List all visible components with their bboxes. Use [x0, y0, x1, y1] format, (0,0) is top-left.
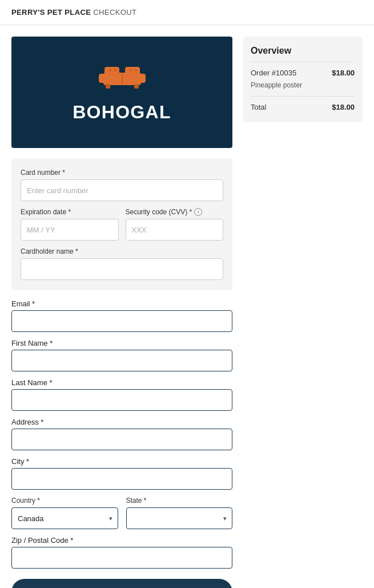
svg-point-10 — [130, 69, 132, 71]
state-select-wrapper: Alberta British Columbia Ontario Quebec … — [126, 507, 233, 529]
city-field-wrapper: City * — [11, 457, 232, 490]
sofa-icon — [96, 62, 148, 96]
city-label: City * — [11, 457, 232, 466]
first-name-input[interactable] — [11, 350, 232, 371]
overview-total-amount: $18.00 — [332, 103, 355, 111]
expiry-label: Expiration date * — [21, 208, 119, 216]
state-label: State * — [126, 497, 233, 505]
left-column: BOHOGAL Card number * Expiration date * … — [11, 37, 232, 588]
overview-divider-top — [251, 62, 355, 62]
overview-divider-bottom — [251, 96, 355, 97]
expiry-col: Expiration date * — [21, 208, 119, 241]
overview-item-name: Pineapple poster — [251, 79, 355, 91]
first-name-label: First Name * — [11, 339, 232, 347]
overview-total-label: Total — [251, 103, 266, 111]
svg-rect-1 — [104, 67, 119, 76]
cvv-label-row: Security code (CVV) * i — [126, 208, 224, 216]
cvv-col: Security code (CVV) * i — [126, 208, 224, 241]
merchant-banner: BOHOGAL — [11, 37, 232, 148]
cardholder-row: Cardholder name * — [21, 247, 223, 280]
country-state-row: Country * Canada United States United Ki… — [11, 497, 232, 529]
card-number-label: Card number * — [21, 169, 223, 177]
card-section: Card number * Expiration date * Security… — [11, 158, 232, 290]
cvv-label: Security code (CVV) * — [126, 208, 192, 216]
cardholder-input[interactable] — [21, 258, 223, 280]
last-name-input[interactable] — [11, 389, 232, 411]
city-input[interactable] — [11, 468, 232, 490]
card-number-input[interactable] — [21, 179, 223, 201]
country-select[interactable]: Canada United States United Kingdom Aust… — [11, 507, 118, 529]
svg-rect-2 — [125, 67, 140, 76]
form-section: Email * First Name * Last Name * Address… — [11, 299, 232, 588]
svg-point-11 — [135, 69, 137, 71]
state-select[interactable]: Alberta British Columbia Ontario Quebec — [126, 507, 233, 529]
zip-field-wrapper: Zip / Postal Code * — [11, 536, 232, 569]
address-input[interactable] — [11, 429, 232, 450]
cardholder-label: Cardholder name * — [21, 247, 223, 255]
overview-panel: Overview Order #10035 $18.00 Pineapple p… — [243, 37, 363, 122]
email-label: Email * — [11, 299, 232, 308]
right-column: Overview Order #10035 $18.00 Pineapple p… — [243, 37, 363, 122]
svg-rect-6 — [106, 84, 110, 89]
first-name-field-wrapper: First Name * — [11, 339, 232, 371]
expiry-input[interactable] — [21, 219, 119, 241]
svg-rect-5 — [139, 74, 146, 83]
svg-point-9 — [114, 69, 116, 71]
address-label: Address * — [11, 418, 232, 426]
merchant-name: BOHOGAL — [73, 102, 171, 123]
expiry-cvv-row: Expiration date * Security code (CVV) * … — [21, 208, 223, 241]
last-name-label: Last Name * — [11, 378, 232, 387]
last-name-field-wrapper: Last Name * — [11, 378, 232, 411]
address-field-wrapper: Address * — [11, 418, 232, 450]
page-title: CHECKOUT — [93, 8, 136, 17]
overview-order-row: Order #10035 $18.00 — [251, 67, 355, 79]
overview-total-row: Total $18.00 — [251, 101, 355, 113]
email-input[interactable] — [11, 310, 232, 332]
zip-input[interactable] — [11, 547, 232, 569]
store-name: PERRY'S PET PLACE — [11, 8, 91, 17]
svg-rect-7 — [134, 84, 139, 89]
country-label: Country * — [11, 497, 118, 505]
page-wrapper: PERRY'S PET PLACECHECKOUT — [0, 0, 374, 588]
main-content: BOHOGAL Card number * Expiration date * … — [0, 25, 374, 588]
overview-title: Overview — [251, 46, 355, 56]
pay-now-button[interactable]: Pay Now — [11, 579, 232, 588]
zip-label: Zip / Postal Code * — [11, 536, 232, 545]
state-col: State * Alberta British Columbia Ontario… — [126, 497, 233, 529]
country-col: Country * Canada United States United Ki… — [11, 497, 118, 529]
cvv-info-icon[interactable]: i — [194, 208, 202, 216]
svg-rect-4 — [99, 74, 106, 83]
svg-point-8 — [109, 69, 111, 71]
cvv-input[interactable] — [126, 219, 224, 241]
country-select-wrapper: Canada United States United Kingdom Aust… — [11, 507, 118, 529]
header: PERRY'S PET PLACECHECKOUT — [0, 0, 374, 25]
email-field-wrapper: Email * — [11, 299, 232, 332]
overview-order-amount: $18.00 — [332, 69, 355, 77]
overview-order-label: Order #10035 — [251, 69, 296, 77]
